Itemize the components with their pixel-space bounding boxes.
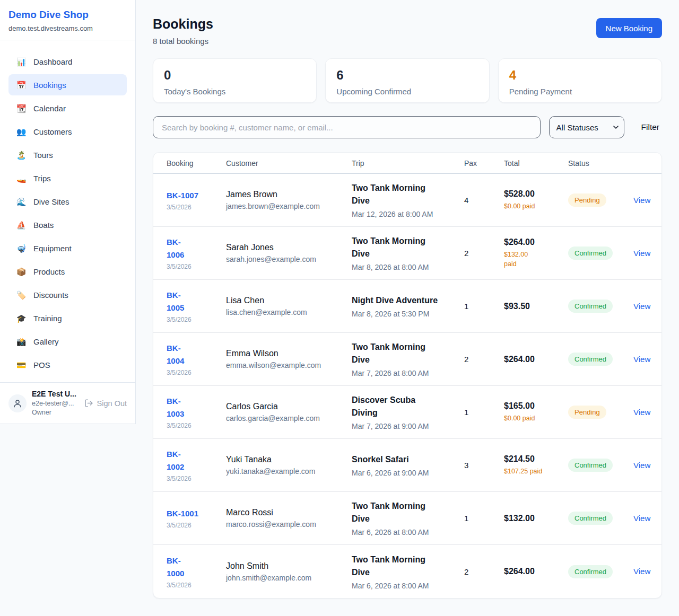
sidebar-item-bookings[interactable]: 📅 Bookings (8, 74, 127, 95)
sidebar-item-label: Equipment (33, 244, 72, 253)
sidebar-item-dashboard[interactable]: 📊 Dashboard (8, 51, 127, 72)
status-cell: Pending (568, 406, 633, 419)
table-row: BK- 1002 3/5/2026 Yuki Tanaka yuki.tanak… (153, 439, 661, 492)
action-cell: View (633, 408, 661, 417)
sidebar-item-calendar[interactable]: 📆 Calendar (8, 98, 127, 119)
total-cell: $214.50 $107.25 paid (504, 454, 568, 476)
booking-date: 3/5/2026 (167, 204, 226, 211)
logout-icon (84, 399, 93, 408)
table-row: BK-1001 3/5/2026 Marco Rossi marco.rossi… (153, 492, 661, 545)
status-cell: Confirmed (568, 247, 633, 260)
total-amount: $132.00 (504, 514, 568, 523)
customer-name: Carlos Garcia (226, 402, 352, 411)
sidebar-item-pos[interactable]: 💳 POS (8, 354, 127, 375)
trip-name: Two Tank Morning Dive (352, 500, 464, 525)
status-badge: Confirmed (568, 300, 613, 313)
booking-date: 3/5/2026 (167, 369, 226, 376)
view-link[interactable]: View (633, 461, 650, 470)
sidebar-item-discounts[interactable]: 🏷️ Discounts (8, 284, 127, 305)
booking-id-link[interactable]: BK- 1000 (167, 555, 226, 580)
view-link[interactable]: View (633, 196, 650, 205)
status-cell: Confirmed (568, 353, 633, 366)
stat-label: Today's Bookings (164, 87, 306, 96)
total-amount: $214.50 (504, 454, 568, 464)
total-cell: $165.00 $0.00 paid (504, 401, 568, 423)
shop-domain: demo.test.divestreams.com (8, 24, 127, 32)
customer-email: sarah.jones@example.com (226, 255, 352, 263)
status-cell: Pending (568, 193, 633, 207)
pax-cell: 1 (464, 408, 504, 417)
booking-id-link[interactable]: BK- 1006 (167, 236, 226, 261)
sidebar-item-label: Tours (33, 151, 53, 160)
action-cell: View (633, 302, 661, 311)
booking-id-link[interactable]: BK- 1004 (167, 342, 226, 367)
trip-name: Two Tank Morning Dive (352, 553, 464, 579)
stat-card: 4 Pending Payment (498, 58, 662, 103)
user-role: Owner (32, 408, 76, 417)
column-header-status: Status (568, 159, 633, 168)
trip-name: Two Tank Morning Dive (352, 341, 464, 366)
sidebar-item-tours[interactable]: 🏝️ Tours (8, 144, 127, 165)
stats-cards: 0 Today's Bookings 6 Upcoming Confirmed … (153, 58, 662, 103)
page-title: Bookings (153, 16, 213, 32)
sidebar-item-training[interactable]: 🎓 Training (8, 307, 127, 329)
trip-datetime: Mar 7, 2026 at 8:00 AM (352, 369, 464, 377)
customer-name: Emma Wilson (226, 349, 352, 358)
sidebar-item-label: Calendar (33, 104, 66, 113)
booking-id-link[interactable]: BK- 1005 (167, 289, 226, 314)
customer-email: carlos.garcia@example.com (226, 414, 352, 423)
customer-email: marco.rossi@example.com (226, 520, 352, 529)
status-filter-select[interactable]: All Statuses (549, 116, 624, 138)
trips-icon: 🚤 (16, 174, 27, 182)
action-cell: View (633, 355, 661, 364)
dashboard-icon: 📊 (16, 58, 27, 66)
view-link[interactable]: View (633, 514, 650, 523)
booking-date: 3/5/2026 (167, 475, 226, 482)
sidebar-item-dive-sites[interactable]: 🌊 Dive Sites (8, 191, 127, 212)
booking-cell: BK- 1002 3/5/2026 (167, 448, 226, 482)
sidebar-item-equipment[interactable]: 🤿 Equipment (8, 237, 127, 259)
sidebar-item-gallery[interactable]: 📸 Gallery (8, 331, 127, 352)
booking-id-link[interactable]: BK- 1003 (167, 395, 226, 420)
status-badge: Confirmed (568, 459, 613, 472)
pax-cell: 2 (464, 567, 504, 576)
search-input[interactable] (153, 116, 541, 138)
booking-id-link[interactable]: BK-1007 (167, 189, 226, 202)
booking-id-link[interactable]: BK-1001 (167, 507, 226, 520)
filter-button[interactable]: Filter (641, 122, 659, 132)
action-cell: View (633, 567, 661, 576)
total-cell: $264.00 (504, 355, 568, 364)
status-cell: Confirmed (568, 459, 633, 472)
status-select-wrap: All Statuses (549, 116, 624, 138)
trip-datetime: Mar 8, 2026 at 5:30 PM (352, 310, 464, 318)
view-link[interactable]: View (633, 355, 650, 364)
user-footer: E2E Test U... e2e-tester@... Owner Sign … (0, 382, 135, 424)
booking-id-link[interactable]: BK- 1002 (167, 448, 226, 473)
sidebar-item-trips[interactable]: 🚤 Trips (8, 168, 127, 189)
view-link[interactable]: View (633, 249, 650, 258)
booking-cell: BK-1001 3/5/2026 (167, 507, 226, 529)
trip-name: Snorkel Safari (352, 453, 464, 466)
trip-cell: Night Dive Adventure Mar 8, 2026 at 5:30… (352, 294, 464, 318)
new-booking-button[interactable]: New Booking (596, 18, 662, 38)
customer-name: John Smith (226, 561, 352, 571)
total-cell: $264.00 (504, 567, 568, 576)
total-amount: $93.50 (504, 302, 568, 311)
sidebar-item-label: Products (33, 267, 65, 276)
sign-out-button[interactable]: Sign Out (84, 399, 127, 408)
sidebar-item-products[interactable]: 📦 Products (8, 261, 127, 282)
view-link[interactable]: View (633, 302, 650, 311)
table-body: BK-1007 3/5/2026 James Brown james.brown… (153, 174, 661, 598)
sidebar-item-label: Training (33, 314, 62, 323)
view-link[interactable]: View (633, 408, 650, 417)
sidebar-item-boats[interactable]: ⛵ Boats (8, 214, 127, 235)
main-content: Bookings 8 total bookings New Booking 0 … (136, 0, 679, 599)
sidebar-item-customers[interactable]: 👥 Customers (8, 121, 127, 142)
paid-amount: $107.25 paid (504, 467, 568, 476)
view-link[interactable]: View (633, 567, 650, 576)
stat-label: Upcoming Confirmed (336, 87, 478, 96)
customer-cell: Lisa Chen lisa.chen@example.com (226, 296, 352, 316)
table-row: BK- 1003 3/5/2026 Carlos Garcia carlos.g… (153, 386, 661, 439)
booking-date: 3/5/2026 (167, 522, 226, 529)
total-amount: $264.00 (504, 567, 568, 576)
